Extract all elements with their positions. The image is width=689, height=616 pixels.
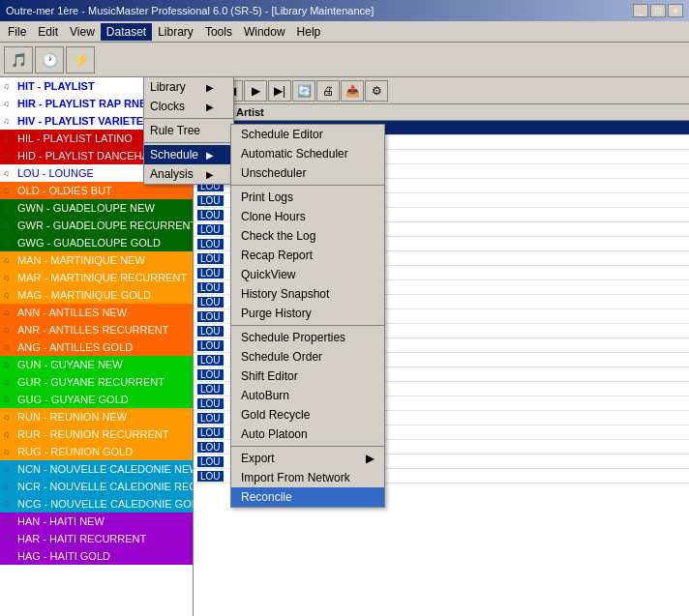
col-extra: [461, 106, 685, 118]
title-text: Outre-mer 1ère - MusicMaster Professiona…: [6, 5, 374, 16]
menu-divider: [144, 118, 233, 119]
cat-badge: LOU: [197, 340, 224, 351]
menu-reconcile[interactable]: Reconcile: [231, 487, 384, 507]
lib-settings-icon[interactable]: ⚙: [365, 80, 388, 102]
station-item-mar[interactable]: MAR - MARTINIQUE RECURRENT: [0, 269, 193, 286]
station-item-mag[interactable]: MAG - MARTINIQUE GOLD: [0, 286, 193, 304]
station-item-ncg[interactable]: NCG - NOUVELLE CALEDONIE GOLD: [0, 495, 193, 513]
col-artist: Artist: [236, 106, 461, 118]
submenu-sep1: [231, 185, 384, 186]
menu-check-log[interactable]: Check the Log: [231, 226, 384, 246]
menu-tools[interactable]: Tools: [199, 23, 238, 41]
cat-badge: LOU: [197, 239, 224, 249]
menu-window[interactable]: Window: [238, 23, 291, 41]
menu-dataset[interactable]: Dataset: [101, 23, 152, 41]
station-item-hag[interactable]: HAG - HAITI GOLD: [0, 547, 193, 565]
lib-next-icon[interactable]: ▶: [244, 80, 267, 102]
library-arrow-icon: ▶: [206, 82, 214, 93]
menu-quickview[interactable]: QuickView: [231, 265, 384, 284]
analysis-arrow-icon: ▶: [206, 169, 214, 180]
cat-badge: LOU: [197, 369, 224, 380]
cat-badge: LOU: [197, 282, 224, 293]
menu-export[interactable]: Export ▶: [231, 449, 384, 468]
station-item-ncn[interactable]: NCN - NOUVELLE CALEDONIE NEW: [0, 460, 193, 478]
menu-history-snapshot[interactable]: History Snapshot: [231, 284, 384, 304]
dataset-menu-library[interactable]: Library ▶: [144, 77, 233, 97]
schedule-submenu[interactable]: Schedule Editor Automatic Scheduler Unsc…: [230, 124, 385, 508]
cat-badge: LOU: [197, 442, 224, 453]
menu-print-logs[interactable]: Print Logs: [231, 188, 384, 207]
cat-badge: LOU: [197, 195, 224, 206]
station-item-gun[interactable]: GUN - GUYANE NEW: [0, 356, 193, 373]
menu-schedule-properties[interactable]: Schedule Properties: [231, 328, 384, 347]
cat-badge: LOU: [197, 268, 224, 279]
station-item-rur[interactable]: RUR - REUNION RECURRENT: [0, 425, 193, 443]
title-bar-buttons: _ □ ×: [633, 4, 683, 17]
menu-schedule-order[interactable]: Schedule Order: [231, 347, 384, 367]
station-item-ann[interactable]: ANN - ANTILLES NEW: [0, 304, 193, 321]
cat-badge: LOU: [197, 311, 224, 322]
station-item-ang[interactable]: ANG - ANTILLES GOLD: [0, 338, 193, 356]
menu-edit[interactable]: Edit: [32, 23, 64, 41]
station-item-run[interactable]: RUN - REUNION NEW: [0, 408, 193, 425]
menu-recap-report[interactable]: Recap Report: [231, 246, 384, 265]
station-item-rug[interactable]: RUG - REUNION GOLD: [0, 443, 193, 460]
menu-shift-editor[interactable]: Shift Editor: [231, 367, 384, 386]
station-item-gwr[interactable]: GWR - GUADELOUPE RECURRENT: [0, 217, 193, 234]
submenu-sep2: [231, 325, 384, 326]
dataset-menu-ruletree[interactable]: Rule Tree: [144, 121, 233, 140]
table-header: Cat Artist: [194, 104, 689, 121]
menu-gold-recycle[interactable]: Gold Recycle: [231, 405, 384, 425]
dataset-menu-schedule[interactable]: Schedule ▶: [144, 145, 233, 164]
dataset-menu[interactable]: Library ▶ Clocks ▶ Rule Tree Schedule ▶ …: [143, 77, 234, 185]
dataset-menu-analysis[interactable]: Analysis ▶: [144, 164, 233, 184]
minimize-button[interactable]: _: [633, 4, 648, 17]
lib-end-icon[interactable]: ▶|: [268, 80, 291, 102]
station-item-man[interactable]: MAN - MARTINIQUE NEW: [0, 251, 193, 269]
clocks-arrow-icon: ▶: [206, 102, 214, 112]
menu-import-from-network[interactable]: Import From Network: [231, 468, 384, 487]
menu-schedule-editor[interactable]: Schedule Editor: [231, 125, 384, 144]
toolbar-lightning-icon[interactable]: ⚡: [66, 46, 95, 73]
main-area: HIT - PLAYLISTHIR - PLAYLIST RAP RNBHIV …: [0, 77, 689, 616]
submenu-sep3: [231, 446, 384, 447]
menu-library[interactable]: Library: [152, 23, 199, 41]
menu-unscheduler[interactable]: Unscheduler: [231, 163, 384, 183]
station-item-anr[interactable]: ANR - ANTILLES RECURRENT: [0, 321, 193, 338]
cat-badge: LOU: [197, 471, 224, 482]
toolbar-music-icon[interactable]: 🎵: [4, 46, 33, 73]
title-bar: Outre-mer 1ère - MusicMaster Professiona…: [0, 0, 689, 21]
menu-auto-platoon[interactable]: Auto Platoon: [231, 425, 384, 444]
cat-badge: LOU: [197, 427, 224, 438]
toolbar: 🎵 🕐 ⚡: [0, 43, 689, 77]
cat-badge: LOU: [197, 398, 224, 409]
menu-help[interactable]: Help: [291, 23, 327, 41]
lib-refresh-icon[interactable]: 🔄: [292, 80, 315, 102]
station-item-har[interactable]: HAR - HAITI RECURRENT: [0, 530, 193, 547]
close-button[interactable]: ×: [668, 4, 683, 17]
menu-file[interactable]: File: [2, 23, 32, 41]
menu-automatic-scheduler[interactable]: Automatic Scheduler: [231, 144, 384, 163]
station-item-ncr[interactable]: NCR - NOUVELLE CALEDONIE RECURRENT: [0, 478, 193, 495]
station-item-gur[interactable]: GUR - GUYANE RECURRENT: [0, 373, 193, 391]
cat-badge: LOU: [197, 326, 224, 337]
station-item-gug[interactable]: GUG - GUYANE GOLD: [0, 391, 193, 408]
library-toolbar: 🔍 ◀ ▶ ▶| 🔄 🖨 📤 ⚙: [194, 77, 689, 104]
menu-divider2: [144, 142, 233, 143]
menu-bar: File Edit View Dataset Library Tools Win…: [0, 21, 689, 43]
cat-badge: LOU: [197, 355, 224, 366]
lib-export-icon[interactable]: 📤: [341, 80, 364, 102]
cat-badge: LOU: [197, 297, 224, 308]
toolbar-clock-icon[interactable]: 🕐: [35, 46, 64, 73]
station-item-gwg[interactable]: GWG - GUADELOUPE GOLD: [0, 234, 193, 251]
menu-view[interactable]: View: [64, 23, 101, 41]
lib-print-icon[interactable]: 🖨: [316, 80, 340, 102]
station-item-han[interactable]: HAN - HAITI NEW: [0, 513, 193, 530]
menu-clone-hours[interactable]: Clone Hours: [231, 207, 384, 226]
dataset-menu-clocks[interactable]: Clocks ▶: [144, 97, 233, 116]
menu-purge-history[interactable]: Purge History: [231, 304, 384, 323]
menu-autoburn[interactable]: AutoBurn: [231, 386, 384, 405]
station-item-gwn[interactable]: GWN - GUADELOUPE NEW: [0, 199, 193, 217]
maximize-button[interactable]: □: [650, 4, 666, 17]
cat-badge: LOU: [197, 413, 224, 424]
